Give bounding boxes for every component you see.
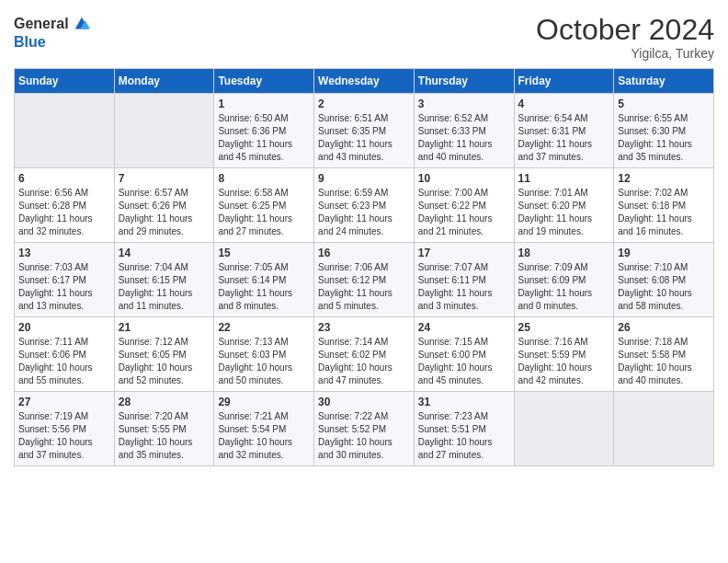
calendar-cell: 23Sunrise: 7:14 AM Sunset: 6:02 PM Dayli…: [314, 317, 415, 392]
calendar-week-row: 20Sunrise: 7:11 AM Sunset: 6:06 PM Dayli…: [15, 317, 714, 392]
calendar-cell: 8Sunrise: 6:58 AM Sunset: 6:25 PM Daylig…: [214, 168, 314, 243]
calendar-cell: 4Sunrise: 6:54 AM Sunset: 6:31 PM Daylig…: [514, 94, 614, 168]
day-number: 19: [618, 247, 710, 259]
calendar-cell: 7Sunrise: 6:57 AM Sunset: 6:26 PM Daylig…: [114, 168, 214, 243]
weekday-header-row: SundayMondayTuesdayWednesdayThursdayFrid…: [15, 69, 714, 94]
day-number: 11: [518, 172, 610, 185]
cell-content: Sunrise: 7:18 AM Sunset: 5:58 PM Dayligh…: [618, 336, 710, 387]
day-number: 28: [119, 396, 210, 408]
calendar-cell: 20Sunrise: 7:11 AM Sunset: 6:06 PM Dayli…: [15, 317, 115, 392]
day-number: 23: [318, 321, 410, 334]
cell-content: Sunrise: 7:02 AM Sunset: 6:18 PM Dayligh…: [618, 187, 710, 238]
calendar-cell: 12Sunrise: 7:02 AM Sunset: 6:18 PM Dayli…: [614, 168, 714, 243]
logo-general-text: General: [14, 16, 69, 32]
cell-content: Sunrise: 6:52 AM Sunset: 6:33 PM Dayligh…: [418, 112, 510, 164]
day-number: 24: [418, 321, 510, 334]
calendar-cell: 13Sunrise: 7:03 AM Sunset: 6:17 PM Dayli…: [15, 243, 115, 317]
cell-content: Sunrise: 7:03 AM Sunset: 6:17 PM Dayligh…: [18, 261, 110, 313]
day-number: 13: [18, 247, 110, 259]
day-number: 30: [318, 396, 410, 408]
weekday-header-cell: Tuesday: [214, 69, 314, 94]
day-number: 17: [418, 247, 510, 259]
day-number: 27: [18, 396, 110, 408]
day-number: 26: [618, 321, 710, 334]
day-number: 4: [518, 98, 610, 110]
cell-content: Sunrise: 7:19 AM Sunset: 5:56 PM Dayligh…: [18, 410, 110, 462]
cell-content: Sunrise: 6:57 AM Sunset: 6:26 PM Dayligh…: [119, 187, 210, 238]
calendar-cell: 17Sunrise: 7:07 AM Sunset: 6:11 PM Dayli…: [414, 243, 514, 317]
calendar-cell: 2Sunrise: 6:51 AM Sunset: 6:35 PM Daylig…: [314, 94, 415, 168]
calendar-week-row: 27Sunrise: 7:19 AM Sunset: 5:56 PM Dayli…: [15, 392, 714, 466]
cell-content: Sunrise: 7:16 AM Sunset: 5:59 PM Dayligh…: [518, 336, 610, 387]
location: Yigilca, Turkey: [536, 46, 714, 61]
calendar-cell: 28Sunrise: 7:20 AM Sunset: 5:55 PM Dayli…: [114, 392, 214, 466]
calendar-cell: 19Sunrise: 7:10 AM Sunset: 6:08 PM Dayli…: [614, 243, 714, 317]
day-number: 1: [218, 98, 310, 110]
calendar-cell: 31Sunrise: 7:23 AM Sunset: 5:51 PM Dayli…: [414, 392, 514, 466]
weekday-header-cell: Thursday: [414, 69, 514, 94]
cell-content: Sunrise: 7:15 AM Sunset: 6:00 PM Dayligh…: [418, 336, 510, 387]
logo-blue-text: Blue: [14, 34, 92, 51]
calendar-cell: 24Sunrise: 7:15 AM Sunset: 6:00 PM Dayli…: [414, 317, 514, 392]
cell-content: Sunrise: 7:23 AM Sunset: 5:51 PM Dayligh…: [418, 410, 510, 462]
calendar-cell: 1Sunrise: 6:50 AM Sunset: 6:36 PM Daylig…: [214, 94, 314, 168]
cell-content: Sunrise: 6:56 AM Sunset: 6:28 PM Dayligh…: [18, 187, 110, 238]
cell-content: Sunrise: 6:54 AM Sunset: 6:31 PM Dayligh…: [518, 112, 610, 164]
calendar-cell: [15, 94, 115, 168]
day-number: 29: [218, 396, 310, 408]
calendar-cell: 22Sunrise: 7:13 AM Sunset: 6:03 PM Dayli…: [214, 317, 314, 392]
calendar-cell: 3Sunrise: 6:52 AM Sunset: 6:33 PM Daylig…: [414, 94, 514, 168]
day-number: 3: [418, 98, 510, 110]
cell-content: Sunrise: 7:13 AM Sunset: 6:03 PM Dayligh…: [218, 336, 310, 387]
cell-content: Sunrise: 7:10 AM Sunset: 6:08 PM Dayligh…: [618, 261, 710, 313]
day-number: 25: [518, 321, 610, 334]
cell-content: Sunrise: 7:00 AM Sunset: 6:22 PM Dayligh…: [418, 187, 510, 238]
cell-content: Sunrise: 7:21 AM Sunset: 5:54 PM Dayligh…: [218, 410, 310, 462]
calendar-cell: 5Sunrise: 6:55 AM Sunset: 6:30 PM Daylig…: [614, 94, 714, 168]
cell-content: Sunrise: 6:58 AM Sunset: 6:25 PM Dayligh…: [218, 187, 310, 238]
calendar-body: 1Sunrise: 6:50 AM Sunset: 6:36 PM Daylig…: [15, 94, 714, 466]
calendar-table: SundayMondayTuesdayWednesdayThursdayFrid…: [14, 68, 714, 466]
cell-content: Sunrise: 7:05 AM Sunset: 6:14 PM Dayligh…: [218, 261, 310, 313]
calendar-week-row: 6Sunrise: 6:56 AM Sunset: 6:28 PM Daylig…: [15, 168, 714, 243]
weekday-header-cell: Wednesday: [314, 69, 415, 94]
calendar-cell: 27Sunrise: 7:19 AM Sunset: 5:56 PM Dayli…: [15, 392, 115, 466]
day-number: 15: [218, 247, 310, 259]
calendar-cell: 18Sunrise: 7:09 AM Sunset: 6:09 PM Dayli…: [514, 243, 614, 317]
calendar-cell: 30Sunrise: 7:22 AM Sunset: 5:52 PM Dayli…: [314, 392, 415, 466]
cell-content: Sunrise: 7:09 AM Sunset: 6:09 PM Dayligh…: [518, 261, 610, 313]
day-number: 2: [318, 98, 410, 110]
logo: General Blue: [14, 14, 92, 51]
day-number: 18: [518, 247, 610, 259]
logo-icon: [72, 14, 92, 34]
day-number: 10: [418, 172, 510, 185]
day-number: 22: [218, 321, 310, 334]
weekday-header-cell: Monday: [114, 69, 214, 94]
cell-content: Sunrise: 7:07 AM Sunset: 6:11 PM Dayligh…: [418, 261, 510, 313]
calendar-cell: 9Sunrise: 6:59 AM Sunset: 6:23 PM Daylig…: [314, 168, 415, 243]
calendar-container: General Blue October 2024 Yigilca, Turke…: [0, 0, 728, 476]
calendar-cell: 14Sunrise: 7:04 AM Sunset: 6:15 PM Dayli…: [114, 243, 214, 317]
calendar-cell: 15Sunrise: 7:05 AM Sunset: 6:14 PM Dayli…: [214, 243, 314, 317]
cell-content: Sunrise: 6:51 AM Sunset: 6:35 PM Dayligh…: [318, 112, 410, 164]
calendar-cell: 10Sunrise: 7:00 AM Sunset: 6:22 PM Dayli…: [414, 168, 514, 243]
day-number: 21: [119, 321, 210, 334]
day-number: 8: [218, 172, 310, 185]
cell-content: Sunrise: 7:04 AM Sunset: 6:15 PM Dayligh…: [119, 261, 210, 313]
calendar-cell: 6Sunrise: 6:56 AM Sunset: 6:28 PM Daylig…: [15, 168, 115, 243]
day-number: 20: [18, 321, 110, 334]
calendar-cell: 11Sunrise: 7:01 AM Sunset: 6:20 PM Dayli…: [514, 168, 614, 243]
weekday-header-cell: Saturday: [614, 69, 714, 94]
day-number: 7: [119, 172, 210, 185]
calendar-cell: 25Sunrise: 7:16 AM Sunset: 5:59 PM Dayli…: [514, 317, 614, 392]
month-year: October 2024: [536, 14, 714, 46]
cell-content: Sunrise: 7:22 AM Sunset: 5:52 PM Dayligh…: [318, 410, 410, 462]
day-number: 31: [418, 396, 510, 408]
calendar-week-row: 1Sunrise: 6:50 AM Sunset: 6:36 PM Daylig…: [15, 94, 714, 168]
cell-content: Sunrise: 7:20 AM Sunset: 5:55 PM Dayligh…: [119, 410, 210, 462]
day-number: 5: [618, 98, 710, 110]
calendar-cell: [514, 392, 614, 466]
cell-content: Sunrise: 7:11 AM Sunset: 6:06 PM Dayligh…: [18, 336, 110, 387]
cell-content: Sunrise: 7:06 AM Sunset: 6:12 PM Dayligh…: [318, 261, 410, 313]
day-number: 12: [618, 172, 710, 185]
